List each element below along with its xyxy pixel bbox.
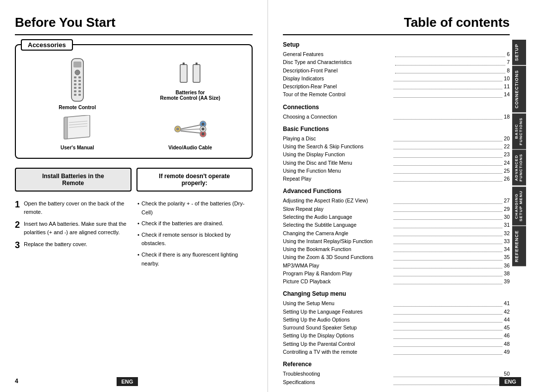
toc-page-num: 31 bbox=[504, 221, 510, 229]
install-box1-line2: Remote bbox=[20, 180, 127, 187]
bullet-1: Check the polarity + - of the batteries … bbox=[137, 199, 253, 217]
right-page: Table of contents SetupGeneral Features6… bbox=[268, 0, 536, 392]
toc-dots bbox=[394, 244, 503, 252]
svg-point-2 bbox=[75, 70, 80, 75]
toc-dots bbox=[394, 196, 503, 203]
svg-rect-5 bbox=[74, 80, 76, 82]
toc-dots bbox=[394, 89, 503, 97]
bullets-list: Check the polarity + - of the batteries … bbox=[137, 199, 253, 270]
toc-item: Specifications51 bbox=[283, 378, 510, 386]
sidebar-right: SETUP CONNECTIONS BASICFUNCTIONS ADVANCE… bbox=[512, 15, 526, 382]
toc-section: Advanced FunctionsAdjusting the Aspect R… bbox=[283, 188, 510, 285]
toc-item: Choosing a Connection18 bbox=[283, 113, 510, 121]
svg-rect-15 bbox=[180, 65, 187, 82]
svg-point-31 bbox=[201, 132, 204, 135]
svg-point-34 bbox=[201, 128, 204, 131]
step-2: 2 Insert two AA batteries. Make sure tha… bbox=[15, 220, 130, 236]
svg-rect-14 bbox=[78, 94, 81, 96]
batteries-icon bbox=[175, 58, 205, 87]
toc-page-num: 26 bbox=[504, 175, 510, 183]
toc-page-num: 20 bbox=[504, 134, 510, 142]
toc-item-label: Selecting the Subtitle Language bbox=[283, 221, 392, 229]
toc-item-label: Troubleshooting bbox=[283, 370, 392, 378]
toc-item-label: Using the Function Menu bbox=[283, 167, 392, 175]
toc-dots bbox=[394, 307, 503, 315]
toc-page-num: 49 bbox=[504, 348, 510, 356]
toc-item-label: Slow Repeat play bbox=[283, 205, 392, 213]
toc-dots bbox=[394, 268, 503, 276]
toc-page-num: 38 bbox=[504, 269, 510, 277]
svg-point-28 bbox=[201, 123, 204, 126]
toc-page-num: 24 bbox=[504, 159, 510, 167]
cable-label: Video/Audio Cable bbox=[168, 145, 212, 150]
toc-page-num: 10 bbox=[504, 74, 510, 82]
toc-item-label: Setting Up the Display Options bbox=[283, 331, 392, 339]
toc-page-num: 23 bbox=[504, 150, 510, 158]
toc-item-label: Choosing a Connection bbox=[283, 113, 392, 121]
toc-page-num: 14 bbox=[504, 90, 510, 98]
accessory-batteries: Batteries for Remote Control (AA Size) bbox=[136, 58, 245, 110]
toc-item-label: Controlling a TV with the remote bbox=[283, 348, 392, 356]
toc-section-title: Changing Setup menu bbox=[283, 290, 510, 297]
tab-connections: CONNECTIONS bbox=[512, 66, 526, 113]
bullet-4: Check if there is any fluorescent lighti… bbox=[137, 251, 253, 268]
svg-rect-9 bbox=[74, 87, 76, 89]
toc-item: Controlling a TV with the remote49 bbox=[283, 348, 510, 356]
toc-page-num: 45 bbox=[504, 324, 510, 331]
toc-item-label: MP3/WMA Play bbox=[283, 261, 392, 269]
toc-page-num: 41 bbox=[504, 299, 510, 307]
remote-icon bbox=[67, 58, 87, 102]
toc-dots bbox=[394, 174, 503, 182]
toc-item-label: Disc Type and Characteristics bbox=[283, 58, 394, 66]
toc-dots bbox=[395, 49, 506, 57]
accessories-box: Accessories bbox=[15, 44, 253, 159]
left-eng-badge-container: ENG bbox=[116, 379, 138, 385]
left-page: Before You Start Accessories bbox=[0, 0, 268, 392]
toc-item-label: General Features bbox=[283, 50, 394, 58]
svg-rect-1 bbox=[73, 62, 81, 67]
toc-page-num: 42 bbox=[504, 308, 510, 316]
svg-rect-13 bbox=[74, 94, 76, 96]
toc-item-label: Description-Front Panel bbox=[283, 66, 394, 74]
toc-item-label: Playing a Disc bbox=[283, 134, 392, 142]
tab-setup: SETUP bbox=[512, 40, 526, 65]
toc-item-label: Picture CD Playback bbox=[283, 277, 392, 285]
toc-dots bbox=[395, 57, 506, 65]
remote-label: Remote Control bbox=[59, 105, 96, 110]
svg-rect-3 bbox=[74, 76, 76, 78]
right-title: Table of contents bbox=[283, 15, 510, 35]
toc-dots bbox=[394, 73, 503, 81]
step-1: 1 Open the battery cover on the back of … bbox=[15, 199, 130, 216]
toc-section: ConnectionsChoosing a Connection18 bbox=[283, 104, 510, 121]
install-box2-line1: If remote doesn't operate bbox=[141, 173, 248, 180]
install-batteries-box: Install Batteries in the Remote bbox=[15, 168, 132, 192]
toc-item-label: Setting Up the Language Features bbox=[283, 308, 392, 316]
toc-section: SetupGeneral Features6Disc Type and Char… bbox=[283, 41, 510, 99]
svg-rect-20 bbox=[64, 117, 67, 139]
left-page-num: 4 bbox=[15, 378, 18, 385]
toc-dots bbox=[394, 158, 503, 166]
toc-item-label: Specifications bbox=[283, 378, 392, 386]
install-box1-line1: Install Batteries in the bbox=[20, 173, 127, 180]
toc-section: ReferenceTroubleshooting50Specifications… bbox=[283, 361, 510, 386]
toc-section-title: Basic Functions bbox=[283, 126, 510, 132]
toc-dots bbox=[394, 236, 503, 244]
toc-dots bbox=[394, 220, 503, 228]
svg-rect-18 bbox=[196, 63, 198, 65]
toc-sections: SetupGeneral Features6Disc Type and Char… bbox=[283, 41, 510, 386]
toc-dots bbox=[394, 228, 503, 236]
svg-line-32 bbox=[181, 129, 200, 130]
toc-section: Basic FunctionsPlaying a Disc20Using the… bbox=[283, 126, 510, 183]
toc-page-num: 22 bbox=[504, 142, 510, 150]
svg-rect-12 bbox=[78, 90, 81, 92]
svg-rect-4 bbox=[78, 76, 81, 78]
toc-page-num: 48 bbox=[504, 340, 510, 348]
toc-item-label: Using the Display Function bbox=[283, 150, 392, 158]
step-2-text: Insert two AA batteries. Make sure that … bbox=[24, 220, 130, 236]
step-3-text: Replace the battery cover. bbox=[24, 240, 87, 249]
toc-item-label: Tour of the Remote Control bbox=[283, 90, 392, 98]
accessory-cable: Video/Audio Cable bbox=[136, 115, 245, 150]
svg-rect-16 bbox=[183, 63, 185, 65]
toc-item-label: Display Indicators bbox=[283, 74, 392, 82]
toc-dots bbox=[394, 377, 503, 385]
